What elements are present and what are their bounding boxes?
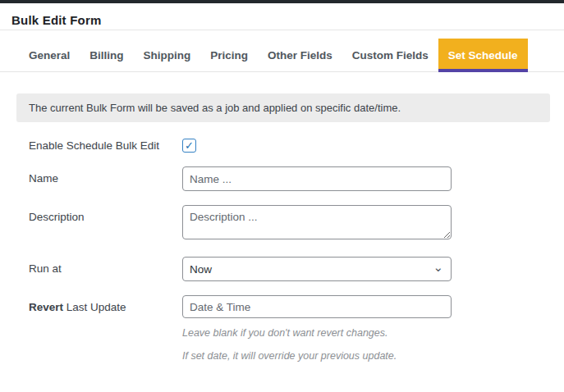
- run-at-row: Run at Now ⌄: [29, 257, 550, 281]
- tab-bar: General Billing Shipping Pricing Other F…: [0, 39, 564, 72]
- description-label: Description: [29, 205, 182, 223]
- run-at-label: Run at: [29, 257, 182, 275]
- schedule-form: Enable Schedule Bulk Edit ✓ Name Descrip…: [29, 139, 550, 362]
- enable-schedule-checkbox[interactable]: ✓: [182, 139, 196, 153]
- page-title: Bulk Edit Form: [11, 13, 101, 27]
- revert-label-rest: Last Update: [63, 301, 126, 313]
- revert-label: Revert Last Update: [29, 295, 182, 313]
- checkmark-icon: ✓: [185, 140, 194, 151]
- tab-other-fields[interactable]: Other Fields: [258, 39, 342, 71]
- description-field: [182, 205, 452, 243]
- run-at-select[interactable]: Now: [182, 257, 452, 281]
- enable-schedule-field: ✓: [182, 139, 452, 153]
- revert-help-text-1: Leave blank if you don't want revert cha…: [182, 327, 452, 339]
- run-at-field: Now ⌄: [182, 257, 452, 281]
- tab-general[interactable]: General: [19, 39, 80, 71]
- tab-set-schedule[interactable]: Set Schedule: [438, 39, 528, 72]
- tab-custom-fields[interactable]: Custom Fields: [342, 39, 438, 71]
- tab-billing[interactable]: Billing: [80, 39, 133, 71]
- name-label: Name: [29, 166, 182, 185]
- description-row: Description: [29, 205, 550, 243]
- tab-pricing[interactable]: Pricing: [200, 39, 258, 71]
- tab-shipping[interactable]: Shipping: [134, 39, 201, 71]
- revert-datetime-input[interactable]: [182, 295, 452, 318]
- revert-help-text-2: If set date, it will override your previ…: [182, 350, 452, 362]
- revert-label-bold: Revert: [29, 301, 63, 313]
- enable-schedule-label: Enable Schedule Bulk Edit: [29, 139, 182, 152]
- name-row: Name: [29, 166, 550, 191]
- enable-schedule-row: Enable Schedule Bulk Edit ✓: [29, 139, 550, 153]
- description-textarea[interactable]: [182, 205, 452, 239]
- title-bar: Bulk Edit Form: [0, 3, 564, 30]
- revert-row: Revert Last Update Leave blank if you do…: [29, 295, 550, 362]
- name-field: [182, 166, 452, 191]
- name-input[interactable]: [182, 166, 452, 191]
- revert-field: Leave blank if you don't want revert cha…: [182, 295, 452, 362]
- tab-panel-set-schedule: The current Bulk Form will be saved as a…: [0, 72, 564, 362]
- schedule-notice: The current Bulk Form will be saved as a…: [16, 93, 550, 122]
